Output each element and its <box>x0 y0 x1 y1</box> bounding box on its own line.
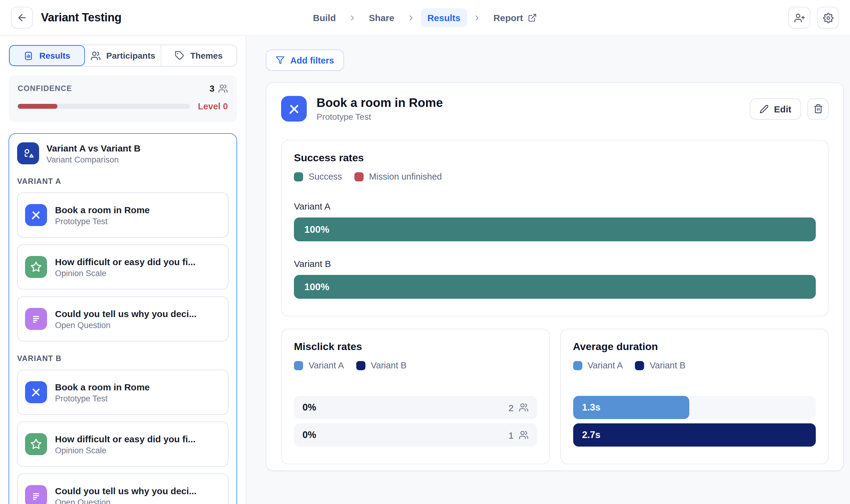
breadcrumb-report-label: Report <box>493 13 523 23</box>
comparison-card[interactable]: Variant A vs Variant B Variant Compariso… <box>8 133 237 504</box>
legend-item-variant-b: Variant B <box>356 360 407 370</box>
legend-label: Mission unfinished <box>369 172 442 181</box>
ab-compare-icon <box>17 142 39 164</box>
tab-themes-label: Themes <box>190 51 223 60</box>
chevron-right-icon <box>407 14 415 22</box>
misclick-rows: 0% 2 0% 1 <box>294 396 537 447</box>
variant-a-label: VARIANT A <box>17 177 229 186</box>
block-card-b-open-question[interactable]: Could you tell us why you deci... Open Q… <box>17 473 229 504</box>
block-type: Prototype Test <box>55 394 150 403</box>
block-card-b-opinion-scale[interactable]: How difficult or easy did you fi... Opin… <box>17 421 229 467</box>
legend-swatch <box>635 361 644 370</box>
view-tabs: Results Participants Themes <box>8 44 237 67</box>
misclick-row-variant-b: 0% 1 <box>294 424 537 447</box>
users-icon <box>90 50 101 61</box>
variant-b-success-value: 100% <box>304 281 330 292</box>
confidence-label: CONFIDENCE <box>18 84 72 93</box>
breadcrumb-build[interactable]: Build <box>306 8 342 27</box>
invite-user-button[interactable] <box>788 7 810 29</box>
users-icon <box>518 402 528 412</box>
confidence-card: CONFIDENCE 3 Level 0 <box>8 75 237 122</box>
open-question-icon <box>25 485 47 504</box>
participant-count: 1 <box>509 430 514 440</box>
results-panel: Add filters Book a room in Rome Prototyp… <box>246 36 850 504</box>
tab-results-label: Results <box>39 51 70 60</box>
confidence-count: 3 <box>210 84 214 93</box>
block-card-a-opinion-scale[interactable]: How difficult or easy did you fi... Opin… <box>17 245 229 290</box>
block-type: Opinion Scale <box>55 269 196 278</box>
metrics-grid: Misclick rates Variant A Variant B <box>281 329 829 464</box>
chevron-right-icon <box>348 14 357 22</box>
success-rates-legend: Success Mission unfinished <box>294 172 816 181</box>
breadcrumb-share[interactable]: Share <box>362 8 401 27</box>
misclick-rates-panel: Misclick rates Variant A Variant B <box>281 329 550 464</box>
comparison-header[interactable]: Variant A vs Variant B Variant Compariso… <box>17 142 229 164</box>
open-question-icon <box>25 308 47 330</box>
tab-themes[interactable]: Themes <box>161 45 236 66</box>
block-card-b-prototype[interactable]: Book a room in Rome Prototype Test <box>17 370 229 415</box>
chart-icon <box>23 50 34 61</box>
block-type: Open Question <box>55 320 196 329</box>
comparison-subtitle: Variant Comparison <box>47 155 141 164</box>
misclick-rates-title: Misclick rates <box>294 341 537 353</box>
block-type: Prototype Test <box>55 217 150 226</box>
legend-item-variant-b: Variant B <box>635 360 686 370</box>
variant-b-success-bar: 100% <box>294 275 816 299</box>
gear-icon <box>823 13 833 23</box>
tab-results[interactable]: Results <box>9 45 85 66</box>
legend-swatch <box>354 172 364 181</box>
edit-button[interactable]: Edit <box>749 98 801 120</box>
block-title: Could you tell us why you deci... <box>55 485 196 496</box>
add-filters-button[interactable]: Add filters <box>266 50 344 71</box>
block-type: Opinion Scale <box>55 446 196 455</box>
mission-card: Book a room in Rome Prototype Test Edit <box>266 83 844 471</box>
settings-button[interactable] <box>817 7 839 29</box>
breadcrumb-report[interactable]: Report <box>487 8 544 27</box>
users-icon <box>518 430 528 440</box>
average-duration-legend: Variant A Variant B <box>573 360 816 370</box>
duration-track-variant-b: 2.7s <box>573 424 816 447</box>
back-button[interactable] <box>11 7 33 29</box>
users-icon <box>218 84 228 93</box>
duration-bars: 1.3s 2.7s <box>573 396 816 447</box>
legend-swatch <box>294 361 303 370</box>
mission-type: Prototype Test <box>317 112 443 122</box>
misclick-participants: 1 <box>509 430 528 440</box>
content-row: Results Participants Themes CONFIDENCE 3 <box>0 36 850 504</box>
breadcrumb-results[interactable]: Results <box>421 8 467 27</box>
trash-icon <box>813 104 823 114</box>
star-icon <box>25 256 47 278</box>
confidence-level: Level 0 <box>198 102 228 111</box>
comparison-title: Variant A vs Variant B <box>47 143 141 153</box>
legend-swatch <box>573 361 582 370</box>
tab-participants[interactable]: Participants <box>85 45 161 66</box>
duration-value: 1.3s <box>582 402 600 413</box>
misclick-rate: 0% <box>302 430 316 440</box>
confidence-progress-track <box>18 104 190 109</box>
app-root: Variant Testing Build Share Results Repo… <box>0 0 850 504</box>
participant-count: 2 <box>509 402 514 413</box>
block-title: Book a room in Rome <box>55 204 150 215</box>
duration-bar-variant-a: 1.3s <box>573 396 690 419</box>
block-card-a-prototype[interactable]: Book a room in Rome Prototype Test <box>17 193 229 238</box>
misclick-participants: 2 <box>509 402 528 413</box>
page-title: Variant Testing <box>41 11 122 24</box>
block-title: How difficult or easy did you fi... <box>55 256 196 267</box>
legend-item-mission-unfinished: Mission unfinished <box>354 172 442 181</box>
sidebar: Results Participants Themes CONFIDENCE 3 <box>0 36 246 504</box>
misclick-rate: 0% <box>302 402 316 413</box>
star-icon <box>25 433 47 455</box>
misclick-rates-legend: Variant A Variant B <box>294 360 537 370</box>
tag-icon <box>175 51 185 60</box>
misclick-row-variant-a: 0% 2 <box>294 396 537 419</box>
block-card-a-open-question[interactable]: Could you tell us why you deci... Open Q… <box>17 296 229 342</box>
top-bar: Variant Testing Build Share Results Repo… <box>0 0 850 36</box>
prototype-icon <box>281 96 307 122</box>
block-title: Could you tell us why you deci... <box>55 308 196 319</box>
duration-bar-variant-b: 2.7s <box>573 424 816 447</box>
chevron-right-icon <box>473 14 481 22</box>
mission-actions: Edit <box>749 98 829 120</box>
block-title: Book a room in Rome <box>55 381 150 392</box>
delete-button[interactable] <box>807 98 829 120</box>
duration-track-variant-a: 1.3s <box>573 396 816 419</box>
